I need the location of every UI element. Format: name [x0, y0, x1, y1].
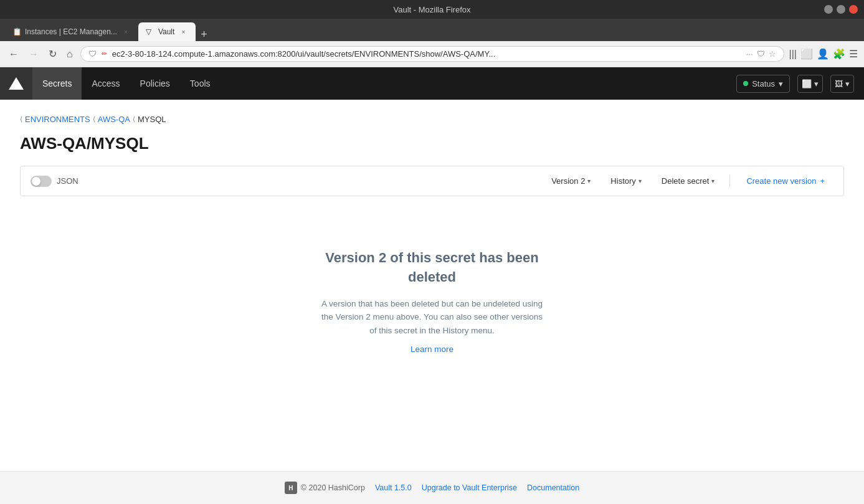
page-title: AWS-QA/MYSQL	[20, 134, 844, 153]
breadcrumb-chevron-1: ⟨	[20, 115, 22, 123]
history-label: History	[610, 176, 635, 186]
documentation-link[interactable]: Documentation	[527, 483, 579, 492]
hashicorp-logo: H	[285, 482, 297, 494]
breadcrumb-sep-1: ⟨	[93, 115, 95, 123]
bookmark-shield-icon[interactable]: 🛡	[757, 49, 765, 59]
learn-more-link[interactable]: Learn more	[411, 345, 453, 354]
vault-version-link[interactable]: Vault 1.5.0	[375, 483, 412, 492]
back-button[interactable]: ←	[6, 46, 21, 62]
nav-policies[interactable]: Policies	[130, 67, 180, 100]
minimize-button[interactable]	[824, 5, 833, 14]
browser-tabs: 📋 Instances | EC2 Managen... × ▽ Vault ×…	[0, 19, 864, 41]
browser-toolbar: ← → ↻ ⌂ 🛡 ✏ ··· 🛡 ☆ ||| ⬜ 👤 🧩 ☰	[0, 41, 864, 67]
delete-chevron: ▾	[711, 178, 714, 184]
history-button[interactable]: History ▾	[603, 173, 648, 189]
pen-icon: ✏	[102, 50, 107, 58]
status-chevron: ▾	[779, 79, 783, 88]
home-button[interactable]: ⌂	[64, 46, 75, 62]
breadcrumb-environments[interactable]: ENVIRONMENTS	[25, 115, 90, 124]
vault-nav: Secrets Access Policies Tools Status ▾ ⬜…	[0, 67, 864, 100]
tab-ec2[interactable]: 📋 Instances | EC2 Managen... ×	[5, 22, 138, 41]
status-dot	[743, 81, 748, 86]
toolbar-divider	[729, 175, 730, 188]
breadcrumb-aws-qa[interactable]: AWS-QA	[98, 115, 130, 124]
page-content: ⟨ ENVIRONMENTS ⟨ AWS-QA ⟨ MYSQL AWS-QA/M…	[0, 100, 864, 471]
footer: H © 2020 HashiCorp Vault 1.5.0 Upgrade t…	[0, 471, 864, 504]
more-icon[interactable]: ···	[746, 49, 753, 59]
nav-secrets[interactable]: Secrets	[32, 67, 82, 100]
deleted-description: A version that has been deleted but can …	[320, 297, 544, 338]
app-container: Secrets Access Policies Tools Status ▾ ⬜…	[0, 67, 864, 504]
delete-secret-button[interactable]: Delete secret ▾	[654, 173, 723, 189]
tab-vault-label: Vault	[158, 27, 174, 36]
tab-ec2-close[interactable]: ×	[121, 27, 131, 37]
toolbar-left: JSON	[31, 176, 78, 187]
breadcrumb: ⟨ ENVIRONMENTS ⟨ AWS-QA ⟨ MYSQL	[20, 115, 844, 124]
tab-ec2-label: Instances | EC2 Managen...	[25, 27, 117, 36]
vault-nav-right: Status ▾ ⬜ ▾ 🖼 ▾	[736, 75, 864, 93]
window-icon: ⬜	[802, 79, 812, 88]
photo-chevron: ▾	[845, 79, 850, 88]
nav-access[interactable]: Access	[82, 67, 130, 100]
status-button[interactable]: Status ▾	[736, 75, 790, 93]
nav-tools[interactable]: Tools	[180, 67, 221, 100]
toolbar-right: ||| ⬜ 👤 🧩 ☰	[789, 48, 858, 60]
maximize-button[interactable]	[837, 5, 845, 14]
vault-nav-links: Secrets Access Policies Tools	[32, 67, 736, 100]
vault-logo	[0, 67, 32, 100]
vault-logo-triangle	[9, 77, 24, 90]
toolbar-actions: Version 2 ▾ History ▾ Delete secret ▾ Cr…	[544, 173, 833, 189]
tab-vault[interactable]: ▽ Vault ×	[138, 22, 196, 41]
browser-title: Vault - Mozilla Firefox	[393, 5, 470, 14]
deleted-content: Version 2 of this secret has been delete…	[20, 211, 844, 391]
create-label: Create new version	[746, 176, 816, 186]
account-icon[interactable]: 👤	[817, 48, 829, 60]
reload-button[interactable]: ↻	[46, 45, 59, 62]
titlebar-controls	[824, 5, 858, 14]
delete-label: Delete secret	[662, 176, 710, 186]
history-chevron: ▾	[639, 178, 642, 184]
tab-ec2-favicon: 📋	[12, 27, 21, 36]
extensions-icon[interactable]: 🧩	[833, 48, 845, 60]
toggle-knob	[32, 177, 40, 186]
window-chevron: ▾	[814, 79, 819, 88]
photo-icon: 🖼	[835, 79, 843, 88]
breadcrumb-current: MYSQL	[138, 115, 166, 124]
url-input[interactable]	[112, 49, 741, 59]
footer-logo: H © 2020 HashiCorp	[285, 482, 365, 494]
footer-copyright: © 2020 HashiCorp	[301, 483, 365, 492]
breadcrumb-sep-2: ⟨	[133, 115, 135, 123]
tab-vault-close[interactable]: ×	[178, 27, 188, 37]
version-chevron: ▾	[587, 178, 591, 184]
address-bar[interactable]: 🛡 ✏ ··· 🛡 ☆	[80, 46, 784, 62]
version-label: Version 2	[551, 176, 585, 186]
secret-toolbar: JSON Version 2 ▾ History ▾ Delete secret…	[20, 166, 844, 196]
sidebar-icon[interactable]: ⬜	[800, 48, 813, 60]
nav-icon-btn-1[interactable]: ⬜ ▾	[797, 75, 823, 93]
deleted-title: Version 2 of this secret has been delete…	[314, 249, 551, 287]
new-tab-button[interactable]: +	[196, 28, 212, 41]
create-new-version-button[interactable]: Create new version +	[738, 173, 833, 189]
upgrade-link[interactable]: Upgrade to Vault Enterprise	[422, 483, 517, 492]
json-label: JSON	[57, 176, 78, 186]
star-icon[interactable]: ☆	[769, 49, 776, 59]
version-button[interactable]: Version 2 ▾	[544, 173, 598, 189]
close-button[interactable]	[849, 5, 858, 14]
json-toggle[interactable]	[31, 176, 52, 187]
address-bar-icons: ··· 🛡 ☆	[746, 49, 776, 59]
menu-icon[interactable]: ☰	[849, 48, 858, 60]
create-icon: +	[820, 176, 825, 186]
library-icon[interactable]: |||	[789, 49, 797, 60]
forward-button[interactable]: →	[26, 46, 41, 62]
browser-titlebar: Vault - Mozilla Firefox	[0, 0, 864, 19]
shield-icon: 🛡	[88, 49, 97, 59]
status-label: Status	[752, 79, 775, 88]
tab-vault-favicon: ▽	[146, 27, 154, 36]
nav-icon-btn-2[interactable]: 🖼 ▾	[830, 75, 854, 93]
